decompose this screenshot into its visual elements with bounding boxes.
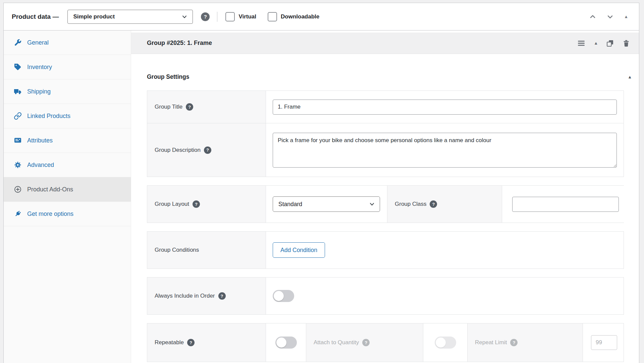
group-class-input[interactable] bbox=[512, 197, 619, 212]
downloadable-checkbox-group[interactable]: Downloadable bbox=[268, 12, 319, 21]
group-settings-panel: Group Settings ▲ Group Title ? bbox=[131, 54, 639, 362]
group-conditions-field-cell: Add Condition bbox=[266, 232, 624, 268]
tag-icon bbox=[14, 63, 22, 71]
help-icon[interactable]: ? bbox=[201, 12, 210, 21]
group-header-actions: ▲ bbox=[577, 39, 630, 48]
help-icon[interactable]: ? bbox=[193, 200, 200, 208]
sidebar-item-shipping[interactable]: Shipping bbox=[4, 79, 131, 104]
repeatable-label-cell: Repeatable ? bbox=[147, 323, 266, 362]
sidebar-item-inventory[interactable]: Inventory bbox=[4, 55, 131, 79]
sidebar-item-label: Shipping bbox=[27, 88, 51, 95]
group-class-label: Group Class bbox=[395, 201, 426, 207]
sidebar-item-label: Advanced bbox=[27, 162, 54, 169]
group-layout-row: Group Layout ? Standard bbox=[147, 186, 624, 223]
downloadable-checkbox[interactable] bbox=[268, 12, 277, 21]
repeatable-toggle[interactable] bbox=[275, 337, 297, 349]
plug-icon bbox=[14, 210, 22, 218]
sidebar-item-attributes[interactable]: Attributes bbox=[4, 128, 131, 153]
group-title-description-table: Group Title ? Group Description ? bbox=[147, 90, 624, 177]
group-description-field-cell: Pick a frame for your bike and choose so… bbox=[266, 123, 624, 177]
group-settings-header: Group Settings ▲ bbox=[147, 54, 632, 90]
link-icon bbox=[14, 112, 22, 120]
repeatable-row: Repeatable ? Attach to Quantity ? bbox=[147, 323, 624, 362]
duplicate-icon[interactable] bbox=[606, 39, 614, 47]
chevron-up-icon[interactable] bbox=[589, 13, 596, 20]
chevron-down-icon bbox=[369, 201, 375, 207]
product-add-ons-panel: Group #2025: 1. Frame ▲ G bbox=[131, 31, 639, 363]
always-include-label-cell: Always Include in Order ? bbox=[147, 278, 266, 314]
repeatable-table: Repeatable ? Attach to Quantity ? bbox=[147, 323, 624, 362]
product-data-metabox: Product data — Simple product ? Virtual … bbox=[3, 3, 639, 363]
repeatable-toggle-cell bbox=[266, 323, 306, 362]
group-class-label-cell: Group Class ? bbox=[387, 186, 502, 223]
downloadable-label[interactable]: Downloadable bbox=[281, 13, 319, 20]
help-icon[interactable]: ? bbox=[362, 339, 370, 346]
group-title-input[interactable] bbox=[273, 100, 617, 115]
sidebar-item-product-add-ons[interactable]: Product Add-Ons bbox=[4, 177, 131, 202]
sidebar-item-label: Product Add-Ons bbox=[27, 186, 73, 193]
collapse-triangle-icon[interactable]: ▲ bbox=[628, 75, 632, 79]
attach-to-quantity-label: Attach to Quantity bbox=[314, 339, 359, 346]
repeat-limit-field-cell bbox=[583, 323, 624, 362]
attach-to-quantity-toggle bbox=[435, 337, 456, 349]
product-type-value: Simple product bbox=[73, 13, 115, 20]
wrench-icon bbox=[14, 39, 22, 47]
help-icon[interactable]: ? bbox=[510, 339, 518, 346]
product-type-select[interactable]: Simple product bbox=[67, 10, 193, 24]
virtual-checkbox[interactable] bbox=[225, 12, 235, 21]
repeat-limit-input bbox=[591, 335, 617, 350]
group-description-label-cell: Group Description ? bbox=[147, 123, 266, 177]
always-include-table: Always Include in Order ? bbox=[147, 277, 624, 315]
trash-icon[interactable] bbox=[622, 39, 630, 47]
group-title-label: Group Title bbox=[155, 104, 182, 110]
virtual-label[interactable]: Virtual bbox=[238, 13, 256, 20]
addon-group-header: Group #2025: 1. Frame ▲ bbox=[131, 33, 639, 54]
sidebar-item-label: General bbox=[27, 39, 49, 46]
group-layout-label: Group Layout bbox=[155, 201, 189, 207]
group-settings-heading: Group Settings bbox=[147, 73, 189, 80]
chevron-down-icon bbox=[181, 13, 188, 20]
group-conditions-table: Group Conditions Add Condition bbox=[147, 231, 624, 269]
toggle-panel-triangle-icon[interactable]: ▲ bbox=[624, 14, 628, 19]
sidebar-item-get-more-options[interactable]: Get more options bbox=[4, 202, 131, 226]
metabox-controls: ▲ bbox=[589, 13, 633, 20]
toggle-knob bbox=[436, 338, 446, 348]
group-layout-select[interactable]: Standard bbox=[273, 196, 380, 212]
sidebar-item-linked-products[interactable]: Linked Products bbox=[4, 104, 131, 128]
virtual-checkbox-group[interactable]: Virtual bbox=[225, 12, 256, 21]
help-icon[interactable]: ? bbox=[430, 200, 437, 208]
group-title-field-cell bbox=[266, 91, 624, 123]
group-layout-class-table: Group Layout ? Standard bbox=[147, 185, 624, 223]
repeat-limit-label: Repeat Limit bbox=[475, 339, 507, 346]
group-title-label-cell: Group Title ? bbox=[147, 91, 266, 123]
group-conditions-label-cell: Group Conditions bbox=[147, 232, 266, 268]
sidebar-item-advanced[interactable]: Advanced bbox=[4, 153, 131, 177]
group-conditions-row: Group Conditions Add Condition bbox=[147, 232, 624, 268]
drag-handle-icon[interactable] bbox=[577, 39, 586, 48]
add-condition-button[interactable]: Add Condition bbox=[273, 242, 325, 258]
truck-icon bbox=[14, 87, 22, 96]
group-description-textarea[interactable]: Pick a frame for your bike and choose so… bbox=[273, 133, 617, 168]
help-icon[interactable]: ? bbox=[218, 292, 226, 300]
always-include-toggle[interactable] bbox=[273, 290, 294, 302]
group-title-heading: Group #2025: 1. Frame bbox=[147, 40, 212, 47]
attributes-card-icon bbox=[14, 136, 22, 144]
plus-circle-icon bbox=[14, 185, 22, 193]
group-title-row: Group Title ? bbox=[147, 91, 624, 123]
help-icon[interactable]: ? bbox=[186, 103, 193, 111]
sidebar-item-label: Attributes bbox=[27, 137, 53, 144]
attach-to-quantity-toggle-cell bbox=[423, 323, 467, 362]
group-class-field-cell bbox=[502, 186, 626, 223]
repeatable-label: Repeatable bbox=[155, 339, 184, 346]
group-layout-value: Standard bbox=[278, 201, 302, 208]
collapse-triangle-icon[interactable]: ▲ bbox=[594, 41, 598, 45]
chevron-down-icon[interactable] bbox=[606, 13, 614, 20]
help-icon[interactable]: ? bbox=[204, 146, 211, 154]
always-include-field-cell bbox=[266, 278, 624, 314]
repeat-limit-label-cell: Repeat Limit ? bbox=[467, 323, 583, 362]
sidebar-item-general[interactable]: General bbox=[4, 31, 131, 55]
sidebar-item-label: Linked Products bbox=[27, 113, 70, 120]
help-icon[interactable]: ? bbox=[187, 339, 195, 346]
sidebar-item-label: Get more options bbox=[27, 210, 73, 218]
product-data-tabs: General Inventory Shipping Linked Produc… bbox=[4, 31, 131, 363]
